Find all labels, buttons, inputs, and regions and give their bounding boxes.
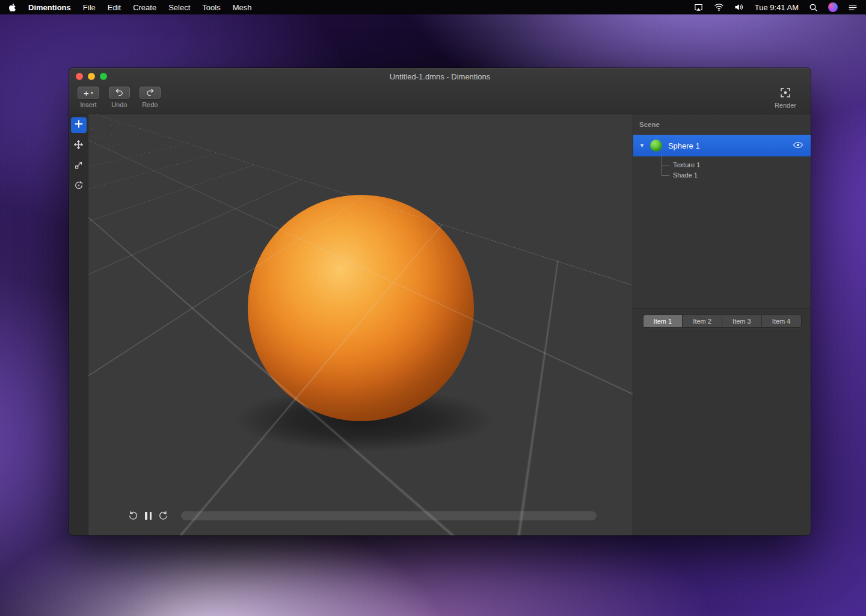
window-title: Untitled-1.dmns - Dimentions [69, 68, 811, 85]
move-icon [73, 140, 84, 152]
tool-rotate[interactable] [71, 179, 87, 194]
insert-button[interactable]: + ▾ [78, 87, 99, 99]
visibility-eye-icon[interactable] [793, 141, 803, 151]
app-menu[interactable]: Dimentions [28, 3, 71, 12]
scene-panel-header: Scene [633, 114, 811, 135]
viewport-3d[interactable] [88, 114, 633, 535]
sphere-thumbnail-icon [650, 140, 662, 152]
undo-icon [115, 88, 124, 99]
scene-tree-item-shade[interactable]: Shade 1 [633, 170, 811, 180]
scene-item-label: Sphere 1 [668, 141, 793, 150]
window-chrome: Untitled-1.dmns - Dimentions + ▾ Insert … [69, 68, 811, 114]
menu-mesh[interactable]: Mesh [233, 3, 252, 12]
scene-tree-item-texture[interactable]: Texture 1 [633, 160, 811, 170]
menu-select[interactable]: Select [168, 3, 190, 12]
chevron-down-icon: ▾ [91, 90, 93, 96]
volume-icon[interactable] [734, 3, 745, 11]
tool-add-object[interactable] [71, 117, 87, 133]
tool-scale[interactable] [71, 158, 87, 174]
render-label: Render [775, 102, 796, 109]
timeline-scrubber[interactable] [181, 511, 597, 520]
tool-strip [69, 114, 88, 535]
spotlight-search-icon[interactable] [809, 3, 818, 12]
render-button[interactable] [779, 87, 791, 100]
toolbar-item-undo: Undo [109, 87, 130, 114]
toolbar-item-render: Render [775, 87, 796, 114]
scene-panel: Scene ▼ Sphere 1 Texture 1 Shade 1 Item … [633, 114, 811, 535]
disclosure-triangle-icon[interactable]: ▼ [639, 143, 645, 149]
menu-edit[interactable]: Edit [108, 3, 121, 12]
menu-bar-clock[interactable]: Tue 9:41 AM [755, 3, 799, 12]
wifi-icon[interactable] [714, 3, 724, 11]
undo-label: Undo [111, 101, 127, 108]
redo-icon [146, 88, 155, 99]
notification-center-icon[interactable] [848, 4, 858, 11]
tab-item-3[interactable]: Item 3 [722, 315, 761, 327]
siri-icon[interactable] [828, 2, 838, 12]
pause-button[interactable] [145, 512, 152, 520]
tab-item-2[interactable]: Item 2 [682, 315, 722, 327]
sphere-object[interactable] [248, 195, 474, 421]
scene-tree-item-sphere[interactable]: ▼ Sphere 1 [633, 135, 811, 156]
app-window: Untitled-1.dmns - Dimentions + ▾ Insert … [69, 68, 811, 535]
redo-label: Redo [142, 101, 158, 108]
step-back-frame-icon[interactable] [128, 511, 138, 521]
menu-create[interactable]: Create [133, 3, 156, 12]
tool-move[interactable] [71, 138, 87, 153]
menu-tools[interactable]: Tools [202, 3, 220, 12]
airplay-display-icon[interactable] [693, 3, 704, 12]
add-object-icon [75, 120, 83, 131]
insert-label: Insert [80, 101, 97, 108]
plus-icon: + [84, 88, 89, 97]
toolbar-item-insert: + ▾ Insert [78, 87, 99, 114]
scale-icon [74, 160, 84, 172]
tab-item-1[interactable]: Item 1 [643, 315, 683, 327]
scene-tree-children: Texture 1 Shade 1 [633, 156, 811, 180]
inspector-tabs: Item 1 Item 2 Item 3 Item 4 [643, 315, 802, 328]
inspector-panel: Item 1 Item 2 Item 3 Item 4 [633, 308, 811, 535]
menu-bar: Dimentions File Edit Create Select Tools… [0, 0, 866, 14]
render-icon [779, 87, 791, 100]
step-forward-frame-icon[interactable] [158, 511, 168, 521]
window-title-bar[interactable]: Untitled-1.dmns - Dimentions [69, 68, 811, 85]
toolbar-item-redo: Redo [140, 87, 161, 114]
playback-controls [128, 509, 597, 522]
apple-menu-icon[interactable] [8, 3, 16, 12]
rotate-icon [74, 180, 84, 192]
menu-file[interactable]: File [83, 3, 96, 12]
undo-button[interactable] [109, 87, 130, 99]
toolbar: + ▾ Insert Undo Redo [69, 85, 811, 114]
redo-button[interactable] [140, 87, 161, 99]
tab-item-4[interactable]: Item 4 [761, 315, 801, 327]
